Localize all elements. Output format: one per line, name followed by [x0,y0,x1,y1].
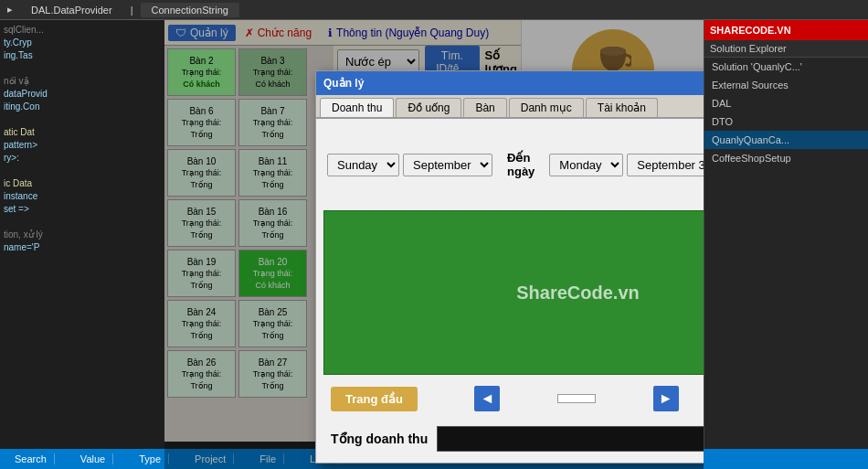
solution-item-quanly[interactable]: QuanlyQuanCa... [704,131,868,149]
code-line-4 [4,62,161,75]
total-row: Tổng doanh thu [323,422,704,455]
modal-window: Quản lý _ □ ✕ Doanh thu Đồ uống Bàn Danh… [315,70,704,464]
trang-dau-button[interactable]: Trang đầu [331,387,418,411]
prev-button[interactable]: ◄ [474,386,500,411]
sharecode-logo-text: SHARECODE.VN [710,25,791,36]
modal-tab-taikhoan[interactable]: Tài khoản [586,98,658,117]
modal-tab-danhmuc[interactable]: Danh mục [509,98,584,117]
solution-panel: SHARECODE.VN Solution Explorer Solution … [704,20,868,469]
ide-sep: | [131,5,133,16]
modal-tab-doanhthu[interactable]: Doanh thu [320,98,394,117]
date-from-group: Sunday September [327,154,492,176]
code-line-9: atic Dat [4,126,161,139]
solution-item-dal[interactable]: DAL [704,94,868,112]
modal-tabs: Doanh thu Đồ uống Bàn Danh mục Tài khoản [316,95,704,119]
code-line-6: dataProvid [4,88,161,101]
code-line-3: ing.Tas [4,49,161,62]
date-to-month-select[interactable]: September 30 [627,154,704,176]
date-to-group: Monday September 30 [549,154,704,176]
solution-header: Solution Explorer [704,40,868,58]
code-line-18: name='P [4,241,161,254]
total-value-display [437,426,704,452]
code-line-12 [4,165,161,177]
date-row: Sunday September Đến ngày Monday [323,126,704,203]
ide-tab-dal[interactable]: DAL.DataProvider [20,3,123,17]
green-watermark: ShareCode.vn [516,282,639,304]
solution-item-external[interactable]: External Sources [704,76,868,94]
code-panel: sqlClien... ty.Cryp ing.Tas nối vậ dataP… [0,20,164,469]
solution-item-1[interactable]: Solution 'QuanlyC...' [704,58,868,76]
code-line-1: sqlClien... [4,24,161,37]
code-line-8 [4,113,161,126]
status-search: Search [7,453,55,464]
tong-doanh-thu-label: Tổng doanh thu [331,432,428,446]
code-line-2: ty.Cryp [4,37,161,49]
solution-item-setup[interactable]: CoffeeShopSetup [704,149,868,167]
next-button[interactable]: ► [653,386,679,411]
code-line-17: tion, xử lý [4,229,161,241]
page-display [557,394,596,403]
code-line-10: pattern> [4,139,161,152]
den-ngay-label: Đến ngày [507,151,535,178]
modal-titlebar: Quản lý _ □ ✕ [316,71,704,95]
modal-tab-ban[interactable]: Bàn [463,98,506,117]
modal-title: Quản lý [323,77,364,90]
modal-body: Sunday September Đến ngày Monday [316,119,704,463]
code-line-14: instance [4,190,161,203]
ide-tab-connection[interactable]: ConnectionString [141,3,239,17]
date-to-day-select[interactable]: Monday [549,154,623,176]
ide-top-bar: ▸ DAL.DataProvider | ConnectionString [0,0,868,20]
app-window: 🛡 Quản lý ✗ Chức năng ℹ Thông tin (Nguyễ… [164,20,704,469]
code-line-13: ic Data [4,177,161,190]
code-line-7: iting.Con [4,101,161,113]
code-line-15: set => [4,203,161,216]
modal-overlay: Quản lý _ □ ✕ Doanh thu Đồ uống Bàn Danh… [164,20,704,469]
status-value: Value [73,453,113,464]
status-type: Type [132,453,169,464]
date-from-month-select[interactable]: September [403,154,492,176]
date-from-day-select[interactable]: Sunday [327,154,399,176]
code-line-11: ry>: [4,152,161,165]
ide-main: sqlClien... ty.Cryp ing.Tas nối vậ dataP… [0,20,868,469]
solution-item-dto[interactable]: DTO [704,112,868,131]
code-line-5: nối vậ [4,75,161,88]
modal-tab-douong[interactable]: Đồ uống [396,98,461,117]
sharecode-header: SHARECODE.VN [704,20,868,40]
modal-green-area: ShareCode.vn [323,210,704,375]
nav-row: Trang đầu ◄ ► Trang cuối [323,382,704,415]
ide-icon: ▸ [7,4,13,16]
code-line-16 [4,216,161,229]
